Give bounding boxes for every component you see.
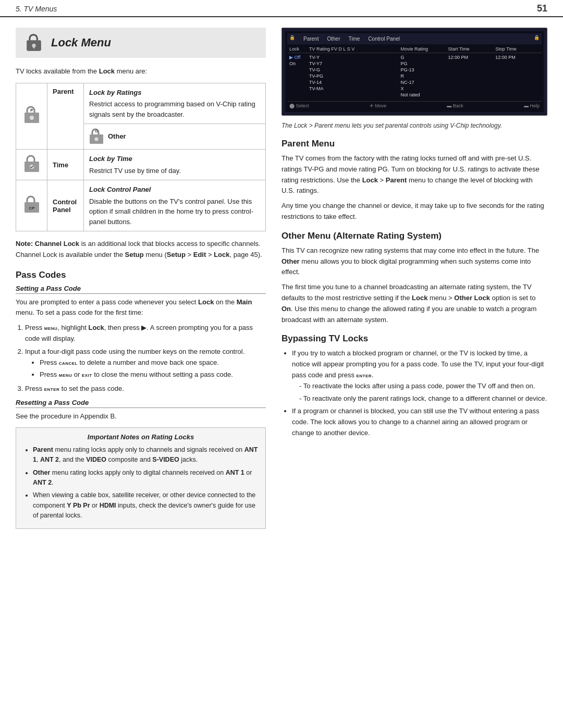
parent-menu-section: Parent Menu The TV comes from the factor… (282, 139, 547, 223)
tv-row-4: TV-PG R (289, 73, 540, 79)
cp-label: Control Panel (47, 180, 84, 231)
important-bullet-1: Parent menu rating locks apply only to c… (33, 445, 258, 465)
right-column: 🔒 Parent Other Time Control Panel 🔒 Lock… (282, 28, 547, 537)
resetting-passcode-text: See the procedure in Appendix B. (16, 411, 266, 422)
bypassing-title: Bypassing TV Locks (282, 334, 547, 344)
other-menu-text2: The first time you tune to a channel bro… (282, 282, 547, 325)
tv-row-6: TV-MA X (289, 85, 540, 92)
svg-rect-3 (33, 46, 35, 48)
parent-label: Parent (47, 83, 84, 150)
step-2-bullets: Press cancel to delete a number and move… (40, 357, 266, 381)
main-content: Lock Menu TV locks available from the Lo… (0, 17, 563, 548)
tv-row-1: ▶ Off TV-Y G 12:00 PM 12:00 PM (289, 54, 540, 60)
parent-menu-text2: Any time you change the channel or devic… (282, 201, 547, 223)
lock-menu-icon (24, 33, 44, 53)
cp-icon-cell: CP (16, 180, 47, 231)
lock-table: P Parent Lock by Ratings Restrict access… (16, 83, 266, 232)
step-2: Input a four-digit pass code using the n… (25, 347, 266, 380)
parent-lock-icon: P (23, 106, 40, 125)
time-lock-icon (23, 155, 40, 174)
important-notes-title: Important Notes on Rating Locks (23, 433, 258, 441)
other-menu-title: Other Menu (Alternate Rating System) (282, 231, 547, 241)
bypassing-sub-bullets-1: To reactivate the locks after using a pa… (299, 381, 547, 404)
bypassing-bullet-1: If you try to watch a blocked program or… (292, 348, 547, 404)
tv-menu-rows: ▶ Off TV-Y G 12:00 PM 12:00 PM On TV-Y7 … (287, 53, 542, 99)
screenshot-inner: 🔒 Parent Other Time Control Panel 🔒 Lock… (285, 31, 544, 112)
bypassing-sub-1: To reactivate the locks after using a pa… (299, 381, 547, 392)
tv-row-7: Not rated (289, 92, 540, 98)
tv-screenshot: 🔒 Parent Other Time Control Panel 🔒 Lock… (282, 28, 547, 116)
table-row-time: Time Lock by Time Restrict TV use by tim… (16, 150, 266, 180)
bypassing-sub-2: To reactivate only the parent ratings lo… (299, 393, 547, 404)
page-header: 5. TV Menus 51 (0, 0, 563, 17)
tv-col-headers: Lock TV Rating FV D L S V Movie Rating S… (287, 45, 542, 53)
setting-passcode-title: Setting a Pass Code (16, 285, 266, 294)
svg-text:O: O (95, 129, 98, 133)
note-label: Note: (16, 240, 33, 248)
important-bullet-3: When viewing a cable box, satellite rece… (33, 490, 258, 521)
bypassing-bullets: If you try to watch a blocked program or… (292, 348, 547, 438)
steps-list: Press menu, highlight Lock, then press ▶… (25, 323, 266, 394)
cp-lock-icon: CP (23, 195, 40, 214)
time-label: Time (47, 150, 84, 180)
tv-menu-tabs: 🔒 Parent Other Time Control Panel 🔒 (287, 33, 542, 44)
tv-footer: ⬤ Select ✛ Move ▬ Back ▬ Help (287, 101, 542, 110)
parent-menu-title: Parent Menu (282, 139, 547, 149)
page-number: 51 (537, 3, 547, 14)
setting-passcode-intro: You are prompted to enter a pass code wh… (16, 297, 266, 319)
tv-tab-parent: Parent (300, 35, 322, 43)
table-row-cp: CP Control Panel Lock Control Panel Disa… (16, 180, 266, 231)
other-menu-text1: This TV can recognize new rating systems… (282, 245, 547, 278)
tv-tab-time: Time (345, 35, 363, 43)
other-cell: O Other (84, 124, 266, 150)
step-1: Press menu, highlight Lock, then press ▶… (25, 323, 266, 344)
bullet-cancel: Press cancel to delete a number and move… (40, 357, 266, 368)
important-notes-box: Important Notes on Rating Locks Parent m… (16, 427, 266, 529)
chapter-title: 5. TV Menus (16, 5, 57, 13)
parent-menu-text1: The TV comes from the factory with the r… (282, 153, 547, 196)
tv-tab-other: Other (324, 35, 343, 43)
resetting-passcode-title: Resetting a Pass Code (16, 399, 266, 408)
other-lock-icon: O (89, 128, 104, 145)
svg-text:CP: CP (29, 206, 35, 211)
parent-icon-cell: P (16, 83, 47, 150)
note-text: Channel Lock is an additional lock that … (16, 240, 262, 258)
svg-point-10 (95, 138, 99, 141)
bypassing-section: Bypassing TV Locks If you try to watch a… (282, 334, 547, 438)
note-box: Note: Channel Lock is an additional lock… (16, 239, 266, 261)
bypassing-bullet-2: If a program or channel is blocked, you … (292, 406, 547, 438)
time-icon-cell (16, 150, 47, 180)
tv-row-2: On TV-Y7 PG (289, 60, 540, 67)
bullet-menu-exit: Press menu or exit to close the menu wit… (40, 369, 266, 380)
lock-by-ratings-cell: Lock by Ratings Restrict access to progr… (84, 83, 266, 124)
important-bullet-2: Other menu rating locks apply only to di… (33, 468, 258, 488)
intro-text: TV locks available from the Lock menu ar… (16, 66, 266, 77)
lock-by-time-cell: Lock by Time Restrict TV use by time of … (84, 150, 266, 180)
left-column: Lock Menu TV locks available from the Lo… (16, 28, 266, 537)
section-title-row: Lock Menu (16, 28, 266, 58)
other-menu-section: Other Menu (Alternate Rating System) Thi… (282, 231, 547, 326)
important-bullets-list: Parent menu rating locks apply only to c… (33, 445, 258, 521)
screenshot-caption: The Lock > Parent menu lets you set pare… (282, 121, 547, 130)
tv-tab-control-panel: Control Panel (365, 35, 403, 43)
svg-point-6 (30, 116, 34, 120)
lock-cp-cell: Lock Control Panel Disable the buttons o… (84, 180, 266, 231)
pass-codes-section: Pass Codes Setting a Pass Code You are p… (16, 270, 266, 529)
page-title: Lock Menu (51, 36, 111, 50)
table-row: P Parent Lock by Ratings Restrict access… (16, 83, 266, 124)
step-3: Press enter to set the pass code. (25, 384, 266, 394)
tv-row-5: TV-14 NC-17 (289, 79, 540, 85)
pass-codes-title: Pass Codes (16, 270, 266, 280)
svg-text:P: P (30, 108, 33, 113)
tv-row-3: TV-G PG-13 (289, 67, 540, 73)
